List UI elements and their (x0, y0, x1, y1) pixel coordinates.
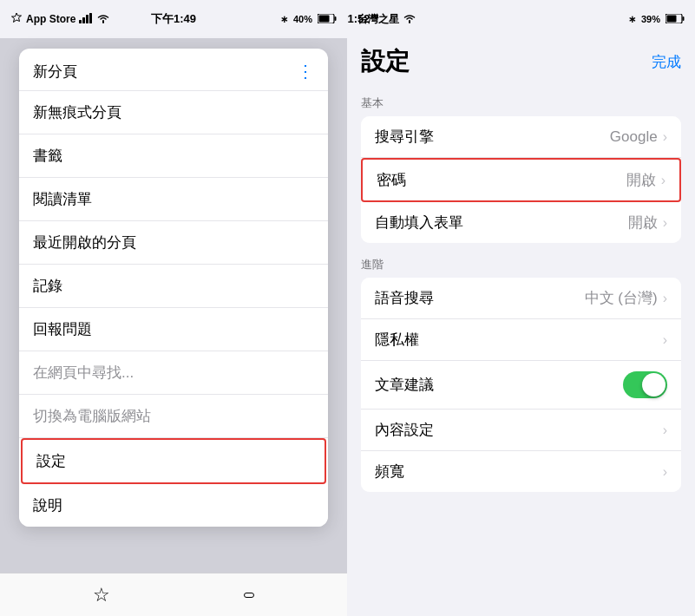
settings-content: 基本 搜尋引擎 Google › 密碼 開啟 › 自動填入表單 開啟 (347, 88, 695, 616)
row-voice-search-label: 語音搜尋 (375, 288, 585, 308)
battery-icon-left (318, 14, 337, 25)
menu-item-desktop-site: 切換為電腦版網站 (19, 395, 328, 438)
toggle-knob (642, 373, 665, 396)
menu-item-settings[interactable]: 設定 (21, 438, 326, 484)
row-privacy-label: 隱私權 (375, 330, 663, 350)
chevron-privacy: › (663, 332, 667, 348)
row-autofill-label: 自動填入表單 (375, 213, 628, 233)
menu-item-bookmarks[interactable]: 書籤 (19, 134, 328, 178)
right-panel: 台灣之星 下午1:52 ∗ 39% 設定 (347, 0, 695, 616)
row-content-settings[interactable]: 內容設定 › (361, 410, 681, 451)
chevron-content-settings: › (663, 423, 667, 438)
row-search-engine-label: 搜尋引擎 (375, 127, 610, 147)
svg-rect-5 (335, 16, 337, 21)
settings-title: 設定 (361, 45, 410, 78)
svg-rect-1 (82, 17, 85, 23)
menu-item-history[interactable]: 記錄 (19, 265, 328, 308)
row-search-engine[interactable]: 搜尋引擎 Google › (361, 116, 681, 158)
menu-container: 新分頁 ⋮ 新無痕式分頁 書籤 閱讀清單 最近開啟的分頁 記錄 回報問題 在網頁… (19, 49, 328, 527)
svg-rect-2 (86, 15, 89, 23)
chevron-bandwidth: › (663, 464, 667, 480)
row-article-suggestion[interactable]: 文章建議 (361, 361, 681, 410)
menu-dots-icon[interactable]: ⋮ (297, 61, 314, 82)
menu-item-reading-list[interactable]: 閱讀清單 (19, 178, 328, 221)
svg-rect-9 (667, 15, 677, 22)
left-status-left: App Store (10, 12, 110, 27)
row-voice-search-value: 中文 (台灣) (585, 288, 658, 308)
settings-group-advanced: 語音搜尋 中文 (台灣) › 隱私權 › 文章建議 (361, 278, 681, 492)
tabs-icon[interactable] (244, 593, 254, 598)
row-password[interactable]: 密碼 開啟 › (361, 158, 681, 202)
app-store-icon (10, 12, 23, 27)
app-name: App Store (26, 13, 75, 25)
menu-first-item[interactable]: 新分頁 (33, 62, 77, 82)
menu-header: 新分頁 ⋮ (19, 49, 328, 91)
row-search-engine-value: Google (610, 128, 658, 146)
bookmark-icon[interactable]: ☆ (93, 584, 110, 606)
menu-item-private-tab[interactable]: 新無痕式分頁 (19, 91, 328, 134)
row-autofill-value: 開啟 (628, 213, 658, 233)
right-header: 設定 完成 (347, 38, 695, 88)
left-bottom-bar: ☆ (0, 573, 347, 616)
svg-rect-8 (683, 16, 685, 21)
chevron-search-engine: › (663, 129, 667, 145)
section-basic: 基本 搜尋引擎 Google › 密碼 開啟 › 自動填入表單 開啟 (347, 88, 695, 243)
right-status-right: ∗ 39% (628, 14, 685, 25)
row-password-label: 密碼 (377, 170, 626, 190)
menu-item-report-issue[interactable]: 回報問題 (19, 308, 328, 351)
chevron-password: › (661, 173, 665, 188)
article-suggestion-toggle[interactable] (623, 371, 667, 398)
bluetooth-icon-left: ∗ (280, 14, 288, 25)
row-privacy[interactable]: 隱私權 › (361, 319, 681, 361)
svg-rect-3 (89, 13, 92, 23)
left-status-right: ∗ 40% (280, 14, 337, 25)
menu-item-recent-tabs[interactable]: 最近開啟的分頁 (19, 221, 328, 265)
menu-item-help[interactable]: 說明 (19, 484, 328, 527)
menu-item-find-in-page: 在網頁中尋找... (19, 351, 328, 395)
done-button[interactable]: 完成 (652, 52, 681, 72)
row-content-settings-label: 內容設定 (375, 420, 663, 440)
section-advanced-label: 進階 (347, 250, 695, 278)
left-status-bar: App Store 下午1:49 ∗ 40% (0, 0, 347, 38)
section-basic-label: 基本 (347, 88, 695, 116)
section-advanced: 進階 語音搜尋 中文 (台灣) › 隱私權 › 文章建議 (347, 250, 695, 492)
chevron-voice-search: › (663, 291, 667, 306)
row-autofill[interactable]: 自動填入表單 開啟 › (361, 202, 681, 243)
wifi-icon (96, 13, 110, 26)
battery-icon-right (665, 14, 685, 25)
battery-left: 40% (293, 14, 312, 24)
chevron-autofill: › (663, 215, 667, 231)
wifi-icon-right (403, 13, 416, 26)
row-bandwidth-label: 頻寬 (375, 462, 663, 482)
right-status-bar: 台灣之星 下午1:52 ∗ 39% (347, 0, 695, 38)
left-panel: App Store 下午1:49 ∗ 40% (0, 0, 347, 616)
svg-rect-0 (79, 20, 82, 23)
signal-icon (79, 13, 93, 26)
settings-group-basic: 搜尋引擎 Google › 密碼 開啟 › 自動填入表單 開啟 › (361, 116, 681, 243)
left-time: 下午1:49 (151, 11, 196, 27)
bluetooth-icon-right: ∗ (628, 14, 636, 25)
row-password-value: 開啟 (626, 170, 656, 190)
row-bandwidth[interactable]: 頻寬 › (361, 451, 681, 492)
row-article-suggestion-label: 文章建議 (375, 375, 623, 395)
battery-right: 39% (641, 14, 660, 24)
row-voice-search[interactable]: 語音搜尋 中文 (台灣) › (361, 278, 681, 319)
svg-rect-6 (319, 15, 330, 22)
